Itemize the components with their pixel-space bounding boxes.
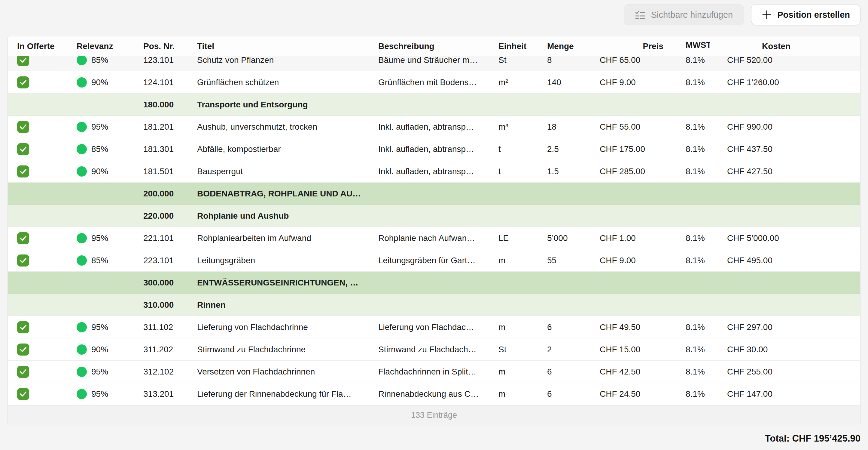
- checkmark-icon: [20, 369, 27, 375]
- table-row[interactable]: 95%313.201Lieferung der Rinnenabdeckung …: [8, 383, 860, 405]
- titel-cell: Lieferung der Rinnenabdeckung für Fla…: [197, 389, 378, 399]
- col-header-mwst-label: MWST: [686, 40, 710, 50]
- create-position-button[interactable]: Position erstellen: [751, 4, 861, 25]
- in-offerte-checkbox[interactable]: [17, 232, 29, 244]
- preis-cell: CHF 55.00: [600, 122, 686, 132]
- table-row[interactable]: 95%311.102Lieferung von FlachdachrinneLi…: [8, 316, 860, 338]
- menge-cell: 1.5: [547, 167, 600, 176]
- in-offerte-checkbox[interactable]: [17, 121, 29, 133]
- section-title: Rohplanie und Aushub: [197, 211, 860, 221]
- in-offerte-checkbox[interactable]: [17, 343, 29, 356]
- col-header-pos-nr[interactable]: Pos. Nr.: [143, 41, 197, 51]
- kosten-cell: CHF 255.00: [727, 367, 860, 376]
- pos-nr-cell: 181.301: [143, 144, 197, 154]
- col-header-in-offerte[interactable]: In Offerte: [17, 41, 76, 51]
- section-number: 200.000: [143, 189, 197, 199]
- relevance-dot: [76, 122, 87, 132]
- subchapter-row[interactable]: 310.000Rinnen: [8, 294, 860, 316]
- col-header-titel[interactable]: Titel: [197, 41, 378, 51]
- table-row[interactable]: 85%181.301Abfälle, kompostierbarInkl. au…: [8, 138, 860, 160]
- kosten-cell: CHF 5’000.00: [727, 233, 860, 243]
- relevance-value: 85%: [91, 256, 108, 265]
- add-visible-button[interactable]: Sichtbare hinzufügen: [624, 4, 744, 25]
- relevance-dot: [76, 255, 87, 265]
- col-header-mwst[interactable]: MWST: [686, 40, 727, 52]
- subchapter-row[interactable]: 220.000Rohplanie und Aushub: [8, 205, 860, 227]
- section-title: BODENABTRAG, ROHPLANIE UND AU…: [197, 189, 860, 199]
- table-row[interactable]: 90%124.101Grünflächen schützenGrünfläche…: [8, 71, 860, 93]
- mwst-cell: 8.1%: [686, 144, 727, 154]
- total-label: Total: CHF 195’425.90: [765, 433, 861, 444]
- pos-nr-cell: 124.101: [143, 78, 197, 87]
- table-row[interactable]: 95%181.201Aushub, unverschmutzt, trocken…: [8, 116, 860, 138]
- relevance-value: 90%: [91, 167, 108, 176]
- checkmark-icon: [20, 57, 27, 63]
- mwst-cell: 8.1%: [686, 367, 727, 376]
- table-row[interactable]: 95%312.102Versetzen von FlachdachrinnenF…: [8, 361, 860, 383]
- titel-cell: Versetzen von Flachdachrinnen: [197, 367, 378, 376]
- beschreibung-cell: Stirnwand zu Flachdach…: [378, 345, 498, 354]
- menge-cell: 8: [547, 56, 600, 65]
- in-offerte-checkbox[interactable]: [17, 388, 29, 400]
- titel-cell: Aushub, unverschmutzt, trocken: [197, 122, 378, 132]
- col-header-einheit[interactable]: Einheit: [498, 41, 547, 51]
- titel-cell: Lieferung von Flachdachrinne: [197, 322, 378, 332]
- beschreibung-cell: Bäume und Sträucher m…: [378, 56, 498, 65]
- checkmark-icon: [20, 235, 27, 241]
- col-header-relevanz[interactable]: Relevanz: [76, 41, 143, 51]
- relevance-cell: 95%: [76, 367, 143, 377]
- einheit-cell: m: [498, 389, 547, 399]
- einheit-cell: St: [498, 345, 547, 354]
- table-row[interactable]: 85%223.101LeitungsgräbenLeitungsgräben f…: [8, 249, 860, 272]
- relevance-value: 90%: [91, 345, 108, 354]
- col-header-beschreibung[interactable]: Beschreibung: [378, 41, 498, 51]
- table-row[interactable]: 90%311.202Stirnwand zu FlachdachrinneSti…: [8, 338, 860, 361]
- in-offerte-cell: [17, 366, 76, 378]
- relevance-cell: 85%: [76, 56, 143, 65]
- einheit-cell: m: [498, 367, 547, 376]
- col-header-menge[interactable]: Menge: [547, 41, 600, 51]
- relevance-dot: [76, 322, 87, 332]
- in-offerte-checkbox[interactable]: [17, 76, 29, 88]
- col-header-kosten[interactable]: Kosten: [727, 41, 860, 51]
- menge-cell: 6: [547, 389, 600, 399]
- subchapter-row[interactable]: 180.000Transporte und Entsorgung: [8, 93, 860, 116]
- table-row[interactable]: 95%221.101Rohplaniearbeiten im AufwandRo…: [8, 227, 860, 249]
- beschreibung-cell: Lieferung von Flachdac…: [378, 322, 498, 332]
- in-offerte-checkbox[interactable]: [17, 56, 29, 66]
- section-number: 220.000: [143, 211, 197, 221]
- in-offerte-cell: [17, 165, 76, 177]
- relevance-dot: [76, 77, 87, 87]
- relevance-dot: [76, 367, 87, 377]
- chapter-row[interactable]: 300.000ENTWÄSSERUNGSEINRICHTUNGEN, …: [8, 272, 860, 294]
- relevance-value: 95%: [91, 389, 108, 399]
- mwst-cell: 8.1%: [686, 56, 727, 65]
- in-offerte-checkbox[interactable]: [17, 143, 29, 155]
- in-offerte-cell: [17, 143, 76, 155]
- in-offerte-checkbox[interactable]: [17, 165, 29, 177]
- chapter-row[interactable]: 200.000BODENABTRAG, ROHPLANIE UND AU…: [8, 182, 860, 205]
- in-offerte-cell: [17, 254, 76, 266]
- relevance-cell: 95%: [76, 322, 143, 332]
- menge-cell: 6: [547, 322, 600, 332]
- checkmark-icon: [20, 146, 27, 152]
- einheit-cell: m²: [498, 78, 547, 87]
- kosten-cell: CHF 990.00: [727, 122, 860, 132]
- in-offerte-checkbox[interactable]: [17, 366, 29, 378]
- preis-cell: CHF 24.50: [600, 389, 686, 399]
- mwst-cell: 8.1%: [686, 233, 727, 243]
- kosten-cell: CHF 30.00: [727, 345, 860, 354]
- relevance-dot: [76, 166, 87, 176]
- in-offerte-checkbox[interactable]: [17, 321, 29, 333]
- beschreibung-cell: Rinnenabdeckung aus C…: [378, 389, 498, 399]
- beschreibung-cell: Rohplanie nach Aufwan…: [378, 233, 498, 243]
- preis-cell: CHF 1.00: [600, 233, 686, 243]
- table-row[interactable]: 90%181.501BausperrgutInkl. aufladen, abt…: [8, 160, 860, 182]
- relevance-cell: 90%: [76, 77, 143, 87]
- menge-cell: 6: [547, 367, 600, 376]
- in-offerte-cell: [17, 121, 76, 133]
- table-row[interactable]: 85%123.101Schutz von PflanzenBäume und S…: [8, 56, 860, 71]
- beschreibung-cell: Leitungsgräben für Gart…: [378, 256, 498, 265]
- col-header-preis[interactable]: Preis: [600, 41, 686, 51]
- in-offerte-checkbox[interactable]: [17, 254, 29, 266]
